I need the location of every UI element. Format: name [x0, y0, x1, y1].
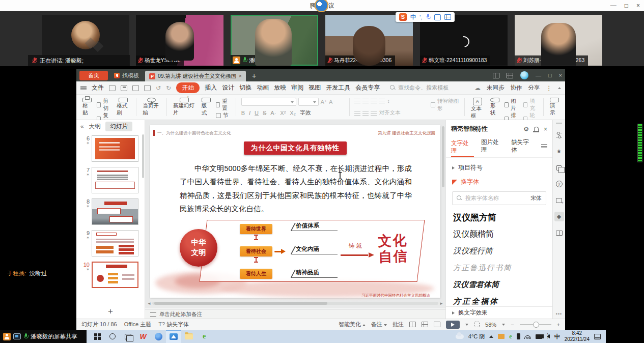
- strike-button[interactable]: S: [263, 110, 266, 116]
- grow-font-icon[interactable]: A⁺: [321, 99, 327, 105]
- tab-slides[interactable]: 幻灯片: [105, 122, 132, 131]
- smart-graphic-button[interactable]: 转智能图形: [431, 98, 459, 112]
- slide-canvas[interactable]: 一、为什么建设中国特色社会主义文化 第九讲 建设社会主义文化强国 为什么中国文化…: [150, 125, 440, 298]
- effects-star-icon[interactable]: ★: [554, 147, 564, 156]
- shrink-font-icon[interactable]: A⁻: [329, 99, 335, 105]
- reader-icon[interactable]: [554, 228, 564, 238]
- zoom-level[interactable]: 58%: [485, 322, 496, 328]
- wps-restore-icon[interactable]: □: [548, 72, 552, 78]
- collapse-panel-icon[interactable]: «: [80, 123, 83, 129]
- save-icon[interactable]: [109, 85, 116, 91]
- picture-button[interactable]: 图片: [505, 98, 519, 112]
- fill-button[interactable]: 填充: [523, 98, 538, 112]
- tray-phone-icon[interactable]: [517, 333, 520, 339]
- slide-layout-button[interactable]: 版式: [199, 97, 214, 118]
- font-name-box[interactable]: [241, 98, 296, 106]
- menu-view[interactable]: 视图: [309, 83, 321, 92]
- tab-close-icon[interactable]: ×: [239, 73, 242, 79]
- bold-button[interactable]: B: [241, 110, 245, 116]
- menu-animation[interactable]: 动画: [257, 83, 269, 92]
- font-option[interactable]: 汉仪程行简: [453, 243, 545, 260]
- ime-voice-icon[interactable]: [426, 14, 431, 20]
- zoom-in-button[interactable]: +: [557, 322, 560, 328]
- play-options-icon[interactable]: [465, 324, 468, 326]
- collapse-ribbon-icon[interactable]: [558, 87, 561, 89]
- slide-body-text[interactable]: 中华文明5000多年绵延不断、经久不衰，在长期演进过程中，形成了中国人看待世界、…: [180, 162, 412, 216]
- font-option[interactable]: 汉仪黑方简: [453, 209, 545, 226]
- participant-tile-active-speaker[interactable]: 潘晓毅: [231, 15, 318, 66]
- menu-transition[interactable]: 切换: [239, 83, 251, 92]
- normal-view-icon[interactable]: [409, 322, 416, 327]
- menu-design[interactable]: 设计: [222, 83, 234, 92]
- notes-toggle[interactable]: 备注: [371, 321, 387, 328]
- output-icon[interactable]: [121, 85, 127, 91]
- menu-devtools[interactable]: 开发工具: [326, 83, 350, 92]
- menu-review[interactable]: 审阅: [291, 83, 303, 92]
- tab-templates[interactable]: 找模板: [108, 69, 145, 81]
- pane-close-icon[interactable]: ×: [544, 126, 547, 133]
- weather-icon[interactable]: [456, 334, 464, 339]
- menu-icon[interactable]: [80, 86, 87, 90]
- help-icon[interactable]: ?: [554, 179, 564, 189]
- participant-tile[interactable]: 马丹菲22410316900306: [325, 15, 413, 66]
- zoom-out-button[interactable]: −: [511, 322, 514, 328]
- ime-toolbar[interactable]: S 中 ’,: [396, 12, 455, 22]
- subscript-icon[interactable]: X₂: [290, 110, 296, 116]
- sogou-logo-icon[interactable]: S: [399, 13, 407, 21]
- section-text-effects[interactable]: 换文字效果: [446, 306, 552, 319]
- present-button[interactable]: 演示: [547, 97, 562, 118]
- menu-file[interactable]: 文件: [92, 83, 104, 92]
- slide-title-banner[interactable]: 为什么中国文化具有独特性: [244, 141, 347, 155]
- volume-icon[interactable]: [547, 334, 550, 338]
- ime-lang-toggle[interactable]: 中: [410, 13, 416, 21]
- font-option[interactable]: 汉仪颜楷简: [453, 226, 545, 243]
- superscript-icon[interactable]: X²: [280, 110, 286, 116]
- font-option[interactable]: 方正鲁迅行书简: [453, 260, 545, 276]
- new-slide-button[interactable]: 新建幻灯片: [170, 97, 199, 118]
- scroll-right-icon[interactable]: ►: [439, 301, 443, 306]
- missing-font-status[interactable]: 缺失字体: [166, 321, 189, 327]
- layout-switch-icon[interactable]: [493, 73, 499, 78]
- paste-button[interactable]: 粘贴: [79, 97, 95, 118]
- print-icon[interactable]: [132, 85, 139, 91]
- participant-tile[interactable]: 韩文璮-22411110900183: [420, 15, 508, 66]
- slide-diagram[interactable]: 中华 文明 看待世界 看待社会 看待人生 价值体系 文化内涵 精神品质 铸就 文…: [159, 216, 431, 292]
- reading-view-icon[interactable]: [434, 322, 440, 327]
- more-tools-icon[interactable]: •••: [553, 311, 565, 317]
- browser-icon[interactable]: e: [197, 330, 212, 343]
- align-text-button[interactable]: 对齐文本: [379, 109, 400, 117]
- sync-status[interactable]: 未同步: [487, 84, 505, 92]
- ime-keyboard-icon[interactable]: [434, 14, 441, 20]
- app-blue-icon[interactable]: [151, 330, 166, 343]
- slide-thumb-9[interactable]: 9✶: [80, 230, 143, 256]
- undo-icon[interactable]: ↺: [156, 84, 161, 92]
- minimize-icon[interactable]: —: [610, 2, 617, 9]
- font-color-icon[interactable]: A·: [270, 110, 276, 116]
- font-option[interactable]: 汉仪雪君体简: [453, 276, 545, 293]
- tray-expand-icon[interactable]: [489, 335, 493, 338]
- format-painter-button[interactable]: 格式刷: [114, 97, 133, 118]
- comments-toggle[interactable]: 批注: [393, 321, 404, 328]
- theme-name[interactable]: Office 主题: [124, 321, 152, 328]
- settings-gear-icon[interactable]: ⚙: [523, 126, 529, 133]
- bell-icon[interactable]: [534, 127, 539, 131]
- tab-home[interactable]: 首页: [79, 71, 108, 80]
- ime-toolbox-icon[interactable]: [444, 14, 451, 20]
- play-from-current-button[interactable]: 当页开始: [139, 97, 163, 118]
- command-search[interactable]: 查找命令、搜索模板: [390, 84, 449, 92]
- close-icon[interactable]: ×: [636, 2, 640, 9]
- menu-member[interactable]: 会员专享: [355, 83, 380, 92]
- insert-image-icon[interactable]: [554, 195, 564, 205]
- tray-folder-icon[interactable]: [498, 334, 505, 339]
- pane-tab-text[interactable]: 文字处理: [451, 139, 474, 157]
- slide-horizontal-scrollbar[interactable]: ◄ ►: [147, 301, 443, 305]
- meeting-app-taskbar-icon[interactable]: [166, 330, 181, 343]
- section-change-font[interactable]: 换字体: [446, 172, 552, 186]
- collab-button[interactable]: 协作: [511, 84, 522, 92]
- find-icon[interactable]: [144, 85, 151, 91]
- wps-taskbar-icon[interactable]: W: [135, 330, 151, 343]
- cut-button[interactable]: 剪切: [97, 98, 111, 112]
- fit-slide-icon[interactable]: [474, 322, 480, 327]
- wifi-icon[interactable]: [525, 334, 531, 339]
- start-button[interactable]: [90, 330, 105, 343]
